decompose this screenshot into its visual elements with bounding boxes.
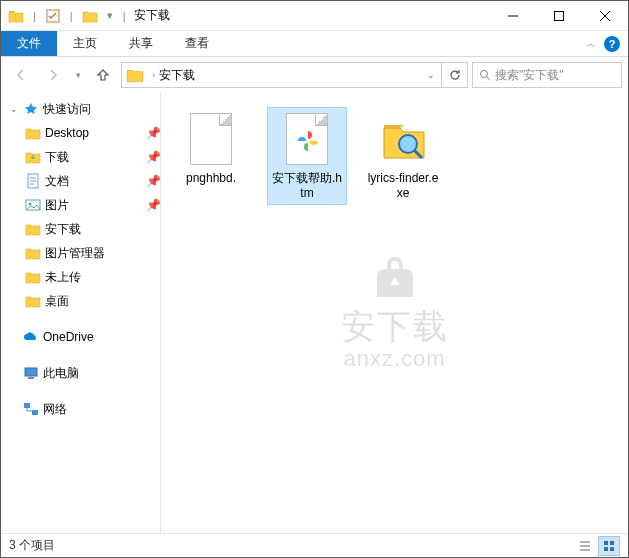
folder-icon xyxy=(25,269,41,285)
back-button[interactable] xyxy=(7,61,35,89)
svg-rect-8 xyxy=(24,403,30,408)
svg-rect-13 xyxy=(610,541,614,545)
qat-new-folder-icon[interactable] xyxy=(79,5,101,27)
expand-icon[interactable]: ⌄ xyxy=(9,104,19,114)
tree-label: 网络 xyxy=(43,401,160,418)
search-icon xyxy=(479,69,491,81)
file-thumbnail xyxy=(375,111,431,167)
pin-icon: 📌 xyxy=(146,126,160,140)
tree-label: OneDrive xyxy=(43,330,160,344)
tree-item-anxz[interactable]: 安下载 xyxy=(1,217,160,241)
pin-icon: 📌 xyxy=(146,198,160,212)
maximize-button[interactable] xyxy=(536,1,582,31)
documents-icon xyxy=(25,173,41,189)
tree-item-pictures[interactable]: 图片 📌 xyxy=(1,193,160,217)
qat-properties-icon[interactable] xyxy=(42,5,64,27)
tree-label: 桌面 xyxy=(45,293,160,310)
body: ⌄ 快速访问 Desktop 📌 下载 📌 文档 📌 图片 📌 安下载 xyxy=(1,93,628,533)
tree-label: 快速访问 xyxy=(43,101,160,118)
tree-spacer xyxy=(1,385,160,397)
folder-icon xyxy=(25,221,41,237)
tree-quick-access[interactable]: ⌄ 快速访问 xyxy=(1,97,160,121)
tree-label: 下载 xyxy=(45,149,142,166)
search-input[interactable]: 搜索"安下载" xyxy=(472,62,622,88)
navigation-pane: ⌄ 快速访问 Desktop 📌 下载 📌 文档 📌 图片 📌 安下载 xyxy=(1,93,161,533)
svg-rect-6 xyxy=(25,368,37,376)
file-thumbnail xyxy=(279,111,335,167)
svg-rect-7 xyxy=(28,377,34,379)
watermark-text: 安下载 xyxy=(341,304,449,350)
tab-share[interactable]: 共享 xyxy=(113,31,169,56)
minimize-button[interactable] xyxy=(490,1,536,31)
folder-icon xyxy=(25,125,41,141)
close-button[interactable] xyxy=(582,1,628,31)
tree-item-desktop2[interactable]: 桌面 xyxy=(1,289,160,313)
quick-access-toolbar: | | ▾ | 安下载 xyxy=(1,5,170,27)
svg-point-2 xyxy=(481,71,488,78)
address-bar[interactable]: › 安下载 ⌄ xyxy=(121,62,468,88)
tree-this-pc[interactable]: › 此电脑 xyxy=(1,361,160,385)
pin-icon: 📌 xyxy=(146,150,160,164)
title-separator: | xyxy=(123,10,126,22)
file-thumbnail xyxy=(183,111,239,167)
tree-onedrive[interactable]: › OneDrive xyxy=(1,325,160,349)
star-icon xyxy=(23,101,39,117)
title-bar: | | ▾ | 安下载 xyxy=(1,1,628,31)
view-icons-button[interactable] xyxy=(598,536,620,556)
tree-item-documents[interactable]: 文档 📌 xyxy=(1,169,160,193)
file-label: lyrics-finder.exe xyxy=(367,171,439,201)
file-item[interactable]: pnghhbd. xyxy=(171,107,251,190)
tree-item-desktop[interactable]: Desktop 📌 xyxy=(1,121,160,145)
svg-point-5 xyxy=(29,203,32,206)
file-item[interactable]: lyrics-finder.exe xyxy=(363,107,443,205)
tree-label: 图片 xyxy=(45,197,142,214)
status-item-count: 3 个项目 xyxy=(9,537,55,554)
tree-item-picmgr[interactable]: 图片管理器 xyxy=(1,241,160,265)
tree-spacer xyxy=(1,313,160,325)
tab-home[interactable]: 主页 xyxy=(57,31,113,56)
app-folder-icon xyxy=(5,5,27,27)
file-list: pnghhbd. 安下载帮助.htm xyxy=(161,93,628,219)
ribbon: 文件 主页 共享 查看 ︿ ? xyxy=(1,31,628,57)
window-title: 安下载 xyxy=(134,7,170,24)
pictures-icon xyxy=(25,197,41,213)
tree-label: 安下载 xyxy=(45,221,160,238)
address-dropdown-icon[interactable]: ⌄ xyxy=(421,63,441,87)
pc-icon xyxy=(23,365,39,381)
window-controls xyxy=(490,1,628,31)
forward-button[interactable] xyxy=(39,61,67,89)
pin-icon: 📌 xyxy=(146,174,160,188)
file-label: pnghhbd. xyxy=(186,171,236,186)
folder-icon xyxy=(25,245,41,261)
file-pane[interactable]: pnghhbd. 安下载帮助.htm xyxy=(161,93,628,533)
svg-rect-1 xyxy=(555,11,564,20)
qat-separator: | xyxy=(70,10,73,22)
tree-label: 文档 xyxy=(45,173,142,190)
view-details-button[interactable] xyxy=(574,536,596,556)
tree-item-unuploaded[interactable]: 未上传 xyxy=(1,265,160,289)
tree-label: Desktop xyxy=(45,126,142,140)
refresh-button[interactable] xyxy=(441,63,467,87)
qat-dropdown[interactable]: ▾ xyxy=(107,9,113,22)
breadcrumb-current[interactable]: 安下载 xyxy=(159,67,195,84)
svg-rect-12 xyxy=(604,541,608,545)
recent-dropdown-icon[interactable]: ▾ xyxy=(71,61,85,89)
tree-label: 图片管理器 xyxy=(45,245,160,262)
tree-network[interactable]: › 网络 xyxy=(1,397,160,421)
tree-label: 未上传 xyxy=(45,269,160,286)
svg-rect-14 xyxy=(604,547,608,551)
up-button[interactable] xyxy=(89,61,117,89)
help-icon[interactable]: ? xyxy=(604,36,620,52)
svg-rect-15 xyxy=(610,547,614,551)
ribbon-collapse-icon[interactable]: ︿ xyxy=(586,37,596,51)
file-item[interactable]: 安下载帮助.htm xyxy=(267,107,347,205)
tree-item-downloads[interactable]: 下载 📌 xyxy=(1,145,160,169)
tab-file[interactable]: 文件 xyxy=(1,31,57,56)
downloads-icon xyxy=(25,149,41,165)
network-icon xyxy=(23,401,39,417)
breadcrumb-separator-icon[interactable]: › xyxy=(152,70,155,80)
tab-view[interactable]: 查看 xyxy=(169,31,225,56)
watermark-sub: anxz.com xyxy=(343,346,445,372)
status-bar: 3 个项目 xyxy=(1,533,628,557)
qat-separator: | xyxy=(33,10,36,22)
